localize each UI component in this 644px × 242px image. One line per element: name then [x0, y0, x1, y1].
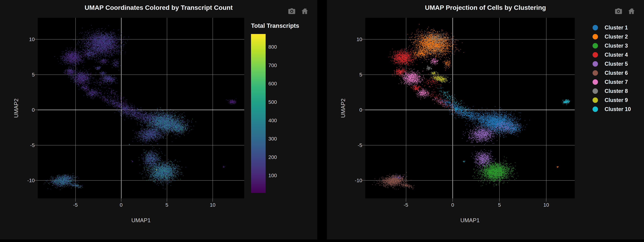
legend-item[interactable]: Cluster 1	[592, 23, 628, 32]
modebar	[615, 8, 635, 15]
legend-item[interactable]: Cluster 9	[592, 96, 628, 105]
x-tick-label: 5	[498, 202, 501, 208]
modebar	[288, 8, 308, 15]
colorbar-tick-label: 300	[268, 136, 277, 142]
y-tick-mark	[362, 39, 365, 40]
x-axis-title: UMAP1	[111, 217, 171, 223]
y-tick-label: 0	[340, 107, 362, 113]
legend-color-dot	[592, 34, 598, 40]
legend-item-label: Cluster 3	[604, 43, 628, 49]
x-tick-label: 10	[210, 202, 216, 208]
legend-item[interactable]: Cluster 4	[592, 50, 628, 59]
y-tick-label: 0	[12, 107, 35, 113]
home-icon[interactable]	[301, 8, 308, 15]
y-tick-mark	[362, 75, 365, 75]
y-tick-mark	[34, 145, 38, 145]
panel-clustering: UMAP Projection of Cells by Clustering U…	[327, 0, 644, 239]
legend-item-label: Cluster 1	[604, 25, 628, 31]
x-tick-mark	[452, 198, 453, 202]
colorbar-title: Total Transcripts	[251, 22, 299, 29]
plot-title: UMAP Coordinates Colored by Transcript C…	[0, 4, 317, 11]
y-tick-mark	[362, 110, 365, 110]
y-tick-label: -5	[12, 142, 35, 148]
x-tick-label: 0	[120, 202, 122, 208]
home-icon[interactable]	[628, 8, 635, 15]
legend-item[interactable]: Cluster 5	[592, 59, 628, 68]
colorbar	[251, 34, 266, 193]
legend-item[interactable]: Cluster 8	[592, 87, 628, 96]
x-tick-mark	[546, 198, 546, 202]
y-tick-label: 5	[12, 72, 35, 78]
y-tick-label: -10	[12, 177, 35, 183]
panel-transcript-count: UMAP Coordinates Colored by Transcript C…	[0, 0, 317, 239]
y-tick-label: -5	[340, 142, 362, 148]
legend-item-label: Cluster 9	[604, 97, 628, 103]
x-tick-label: -5	[404, 202, 408, 208]
umap-transcript-scatter[interactable]	[38, 18, 244, 198]
legend-color-dot	[592, 97, 598, 103]
y-tick-label: 10	[340, 36, 362, 42]
legend-color-dot	[592, 25, 598, 30]
y-tick-label: 10	[12, 36, 35, 42]
legend-item-label: Cluster 6	[604, 70, 628, 76]
camera-icon[interactable]	[615, 8, 622, 15]
legend-item-label: Cluster 2	[604, 34, 628, 40]
x-tick-mark	[121, 198, 121, 202]
y-tick-mark	[34, 75, 38, 75]
y-tick-mark	[34, 180, 38, 180]
legend-item[interactable]: Cluster 7	[592, 78, 628, 87]
x-tick-mark	[406, 198, 406, 202]
legend-item[interactable]: Cluster 3	[592, 41, 628, 50]
x-tick-mark	[212, 198, 213, 202]
y-tick-mark	[34, 110, 38, 110]
umap-dashboard: UMAP Coordinates Colored by Transcript C…	[0, 0, 644, 242]
x-tick-label: 10	[543, 202, 549, 208]
legend-item[interactable]: Cluster 10	[592, 105, 631, 114]
colorbar-tick-label: 100	[268, 172, 277, 178]
x-tick-label: -5	[73, 202, 78, 208]
x-tick-mark	[167, 198, 167, 202]
umap-cluster-scatter[interactable]	[365, 18, 575, 198]
legend-item-label: Cluster 4	[604, 52, 628, 58]
colorbar-tick-label: 800	[268, 44, 277, 50]
colorbar-tick-label: 200	[268, 154, 277, 160]
legend-color-dot	[592, 61, 598, 67]
legend-color-dot	[592, 43, 598, 49]
y-tick-label: -10	[340, 177, 362, 183]
plot-title: UMAP Projection of Cells by Clustering	[327, 4, 644, 11]
x-tick-label: 0	[451, 202, 454, 208]
x-tick-label: 5	[166, 202, 168, 208]
colorbar-tick-label: 500	[268, 99, 277, 105]
colorbar-tick-label: 700	[268, 62, 277, 68]
x-tick-mark	[75, 198, 76, 202]
x-axis-title: UMAP1	[440, 217, 500, 223]
legend-item-label: Cluster 7	[604, 79, 628, 85]
y-tick-mark	[362, 180, 365, 180]
colorbar-tick-label: 400	[268, 117, 277, 123]
y-tick-label: 5	[340, 72, 362, 78]
legend-item-label: Cluster 8	[604, 88, 628, 94]
legend-color-dot	[592, 79, 598, 85]
legend-item-label: Cluster 10	[604, 106, 631, 112]
legend-color-dot	[592, 88, 598, 94]
legend-item[interactable]: Cluster 2	[592, 32, 628, 41]
legend-color-dot	[592, 70, 598, 76]
legend-color-dot	[592, 107, 598, 112]
legend-color-dot	[592, 52, 598, 58]
y-tick-mark	[34, 39, 38, 40]
x-tick-mark	[499, 198, 500, 202]
legend-item[interactable]: Cluster 6	[592, 68, 628, 78]
y-tick-mark	[362, 145, 365, 145]
camera-icon[interactable]	[288, 8, 296, 15]
colorbar-tick-label: 600	[268, 81, 277, 87]
legend-item-label: Cluster 5	[604, 61, 628, 67]
